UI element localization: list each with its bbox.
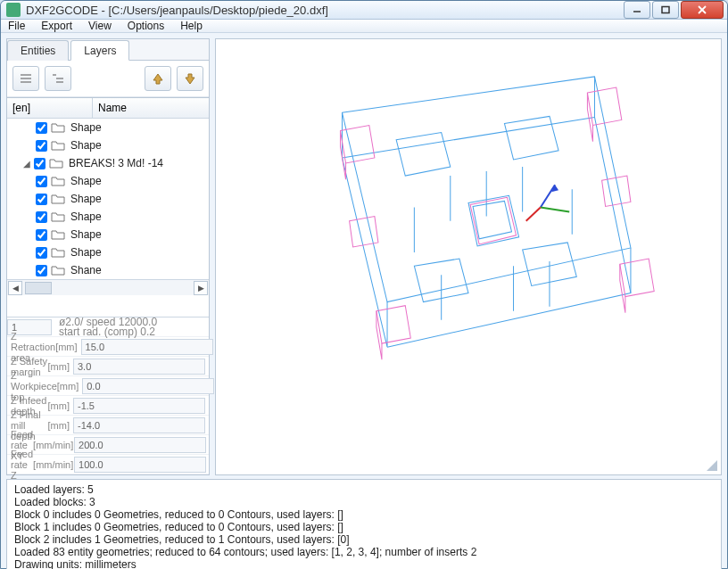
collapse-all-button[interactable]	[12, 66, 39, 91]
move-down-button[interactable]	[177, 66, 203, 91]
svg-rect-1	[662, 7, 669, 13]
console-line: Loaded blocks: 3	[14, 496, 714, 508]
main-window: DXF2GCODE - [C:/Users/jeanpauls/Desktop/…	[0, 0, 728, 569]
tree-h-scrollbar[interactable]: ◀ ▶	[7, 279, 209, 295]
titlebar[interactable]: DXF2GCODE - [C:/Users/jeanpauls/Desktop/…	[1, 1, 727, 20]
resize-grip[interactable]	[705, 458, 717, 471]
tree-shape-row[interactable]: Shape	[7, 226, 209, 243]
move-up-button[interactable]	[145, 66, 171, 91]
tree-shape-row[interactable]: Shape	[7, 208, 209, 226]
window-title: DXF2GCODE - [C:/Users/jeanpauls/Desktop/…	[26, 4, 624, 17]
viewport-canvas[interactable]	[215, 38, 722, 475]
console-line: Drawing units: millimeters	[14, 558, 714, 569]
tree-row-checkbox[interactable]	[36, 194, 47, 205]
tree-shape-row[interactable]: Shape	[7, 243, 209, 261]
tree-shape-row[interactable]: Shape	[7, 136, 209, 154]
console-line: Block 0 includes 0 Geometries, reduced t…	[14, 508, 714, 521]
tree-row-name: Shane	[70, 264, 102, 276]
tree-shape-row[interactable]: Shape	[7, 190, 209, 208]
scroll-right-button[interactable]: ▶	[194, 281, 208, 295]
tree-shape-row[interactable]: Shape	[7, 172, 209, 190]
tree-row-checkbox[interactable]	[36, 140, 47, 152]
menu-help[interactable]: Help	[180, 20, 203, 32]
console-line: Block 2 includes 1 Geometries, reduced t…	[14, 533, 714, 546]
scroll-left-button[interactable]: ◀	[8, 281, 22, 295]
svg-line-19	[541, 207, 569, 211]
arrow-down-icon	[184, 72, 196, 85]
param-input[interactable]	[73, 359, 205, 375]
drawing-svg	[216, 39, 721, 474]
menu-options[interactable]: Options	[128, 20, 164, 32]
tree-row-name: Shape	[70, 175, 102, 187]
tree-row-checkbox[interactable]	[36, 176, 47, 187]
param-input[interactable]	[73, 398, 205, 414]
svg-line-18	[541, 185, 555, 207]
menu-file[interactable]: File	[8, 20, 25, 32]
tree-row-name: Shape	[70, 246, 102, 259]
tree-row-name: Shape	[70, 210, 102, 223]
tab-layers[interactable]: Layers	[70, 40, 129, 61]
tree-row-checkbox[interactable]	[36, 122, 47, 134]
console-output[interactable]: Loaded layers: 5 Loaded blocks: 3 Block …	[6, 479, 722, 569]
minimize-button[interactable]	[624, 1, 650, 19]
param-input[interactable]	[81, 339, 213, 355]
param-input[interactable]	[82, 378, 214, 394]
param-input[interactable]	[74, 457, 206, 473]
panel-tabs: Entities Layers	[7, 39, 209, 61]
panel-toolbar	[7, 61, 209, 97]
expand-all-button[interactable]	[45, 66, 71, 91]
tree-group-row[interactable]: ◢BREAKS! 3 Md! -14	[7, 154, 209, 172]
arrow-up-icon	[152, 72, 164, 85]
tree-header: [en] Name	[7, 98, 209, 119]
tree-row-checkbox[interactable]	[36, 211, 47, 223]
tab-entities[interactable]: Entities	[7, 40, 69, 61]
expander-icon[interactable]: ◢	[21, 159, 32, 169]
console-line: Block 1 includes 0 Geometries, reduced t…	[14, 521, 714, 533]
tree-row-checkbox[interactable]	[36, 229, 47, 241]
params-panel: ø2.0/ speed 12000.0start rad. (comp) 0.2…	[7, 317, 209, 474]
param-row: Z Final mill depth[mm]	[7, 416, 209, 435]
param-unit: [mm/min]	[33, 459, 74, 470]
param-unit: [mm]	[48, 420, 73, 431]
tree-row-name: Shape	[70, 193, 102, 205]
tree-row-name: Shape	[70, 139, 102, 152]
param-unit: [mm]	[55, 342, 80, 352]
param-row: Z Retraction area[mm]	[7, 337, 209, 357]
menu-export[interactable]: Export	[41, 20, 72, 32]
left-panel: Entities Layers [en] Name ShapeShape◢BRE…	[6, 38, 210, 475]
param-input[interactable]	[74, 437, 206, 453]
axis-gizmo	[526, 185, 570, 220]
tree-row-name: BREAKS! 3 Md! -14	[69, 157, 163, 169]
tool-info: ø2.0/ speed 12000.0start rad. (comp) 0.2	[55, 317, 209, 337]
tree-shape-row[interactable]: Shape	[7, 119, 209, 136]
param-unit: [mm/min]	[33, 440, 74, 450]
tree-row-checkbox[interactable]	[34, 158, 46, 169]
console-line: Loaded 83 entity geometries; reduced to …	[14, 546, 714, 558]
menubar: File Export View Options Help	[1, 20, 727, 33]
layer-tree[interactable]: [en] Name ShapeShape◢BREAKS! 3 Md! -14Sh…	[7, 97, 209, 317]
tree-row-name: Shape	[70, 228, 102, 241]
console-line: Loaded layers: 5	[14, 483, 714, 496]
tree-header-en[interactable]: [en]	[7, 98, 93, 118]
tree-row-name: Shape	[70, 121, 102, 134]
tree-row-checkbox[interactable]	[36, 265, 47, 276]
param-unit: [mm]	[48, 400, 73, 411]
param-unit: [mm]	[57, 381, 82, 392]
maximize-button[interactable]	[652, 1, 679, 19]
param-row: Z Workpiece top[mm]	[7, 376, 209, 396]
param-label: Feed rate Z	[7, 449, 33, 481]
svg-line-20	[526, 207, 541, 220]
param-row: Feed rate Z[mm/min]	[7, 455, 209, 474]
tree-row-checkbox[interactable]	[36, 247, 47, 259]
scroll-thumb[interactable]	[25, 282, 52, 294]
tree-header-name[interactable]: Name	[93, 98, 209, 118]
tree-icon	[51, 72, 65, 85]
close-button[interactable]	[681, 1, 724, 19]
menu-view[interactable]: View	[88, 20, 112, 32]
app-icon	[6, 3, 21, 17]
param-input[interactable]	[73, 417, 205, 433]
list-icon	[19, 72, 33, 85]
tree-shape-row[interactable]: Shane	[7, 261, 209, 279]
